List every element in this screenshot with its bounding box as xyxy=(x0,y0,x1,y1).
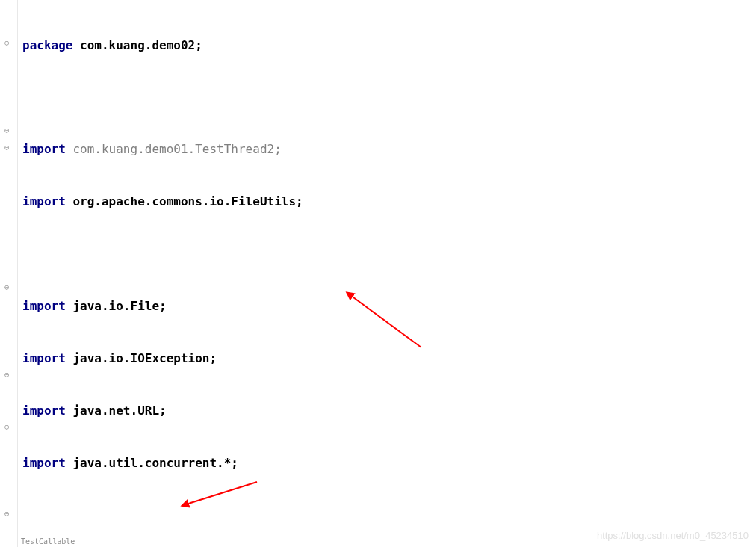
svg-line-3 xyxy=(186,482,257,504)
breadcrumb[interactable]: TestCallable xyxy=(18,536,78,547)
code-line: import java.io.IOException; xyxy=(22,350,752,367)
code-line: package com.kuang.demo02; xyxy=(22,37,752,54)
code-line: import com.kuang.demo01.TestThread2; xyxy=(22,140,752,158)
fold-icon[interactable]: ⊖ xyxy=(4,279,13,288)
fold-icon[interactable]: ⊖ xyxy=(4,34,13,43)
code-line: import org.apache.commons.io.FileUtils; xyxy=(22,193,752,210)
fold-icon[interactable]: ⊖ xyxy=(4,418,13,427)
code-line: import java.util.concurrent.*; xyxy=(22,454,752,472)
code-line: import java.net.URL; xyxy=(22,402,752,419)
code-line xyxy=(22,88,752,105)
code-editor[interactable]: ⊖ ⊖ ⊖ ⊖ ⊖ ⊖ ⊖ package com.kuang.demo02; … xyxy=(0,0,756,547)
watermark-text: https://blog.csdn.net/m0_45234510 xyxy=(597,530,749,541)
code-line xyxy=(22,507,752,524)
code-line xyxy=(22,245,752,262)
code-line: import java.io.File; xyxy=(22,297,752,315)
fold-icon[interactable]: ⊖ xyxy=(4,366,13,375)
fold-icon[interactable]: ⊖ xyxy=(4,139,13,148)
editor-gutter: ⊖ ⊖ ⊖ ⊖ ⊖ ⊖ ⊖ xyxy=(0,0,18,547)
code-content[interactable]: package com.kuang.demo02; import com.kua… xyxy=(18,0,756,547)
fold-icon[interactable]: ⊖ xyxy=(4,122,13,131)
fold-icon[interactable]: ⊖ xyxy=(4,505,13,514)
